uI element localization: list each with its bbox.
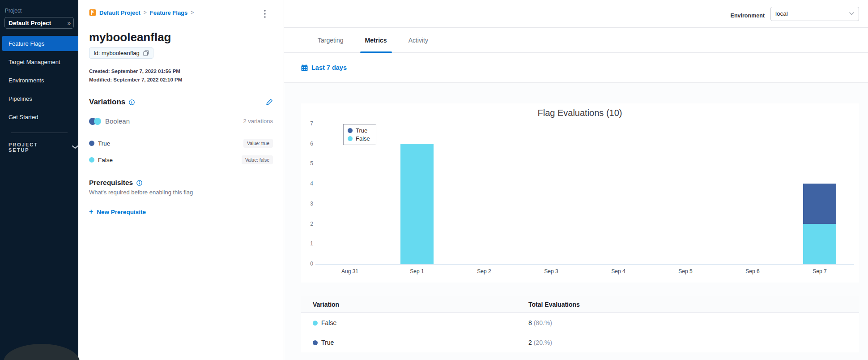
environment-selected-value: local bbox=[775, 10, 788, 17]
x-axis-tick: Sep 1 bbox=[383, 268, 451, 274]
project-label: Project bbox=[5, 8, 78, 14]
sidebar-item-get-started[interactable]: Get Started bbox=[2, 109, 78, 124]
variation-type-label: Boolean bbox=[105, 117, 130, 125]
x-axis-tick: Sep 4 bbox=[585, 268, 652, 274]
sidebar-nav: Feature Flags Target Management Environm… bbox=[0, 36, 78, 124]
variation-type-row: Boolean 2 variations bbox=[89, 117, 273, 131]
app-window: Project Default Project » Feature Flags … bbox=[0, 0, 868, 360]
project-selector-name: Default Project bbox=[9, 20, 51, 26]
chevrons-right-icon: » bbox=[68, 20, 70, 26]
x-axis-tick: Aug 31 bbox=[316, 268, 383, 274]
false-legend-dot-icon bbox=[348, 136, 353, 141]
bar-segment-false-sep-1 bbox=[400, 144, 434, 264]
environment-band: Environment local bbox=[284, 0, 868, 28]
flag-logo-icon bbox=[89, 9, 96, 16]
boolean-toggle-icon bbox=[89, 118, 101, 125]
sidebar-divider bbox=[11, 133, 68, 133]
bar-segment-true-sep-7 bbox=[803, 184, 836, 223]
legend-item-true: True bbox=[348, 127, 370, 134]
tab-activity[interactable]: Activity bbox=[404, 28, 433, 52]
tab-bar: Targeting Metrics Activity bbox=[284, 28, 868, 53]
prerequisites-subtitle: What's required before enabling this fla… bbox=[89, 189, 273, 196]
x-axis-tick: Sep 7 bbox=[786, 268, 853, 274]
sidebar-item-pipelines[interactable]: Pipelines bbox=[2, 91, 78, 106]
metrics-content: Flag Evaluations (10) True False 0123456… bbox=[284, 83, 868, 360]
flag-title: mybooleanflag bbox=[89, 30, 273, 44]
kebab-menu-icon[interactable] bbox=[264, 9, 266, 18]
true-variation-dot-icon bbox=[313, 340, 318, 345]
chart-legend: True False bbox=[343, 124, 376, 145]
flag-id-chip[interactable]: Id: mybooleanflag bbox=[89, 47, 153, 59]
new-prerequisite-button[interactable]: + New Prerequisite bbox=[89, 208, 146, 215]
environment-select[interactable]: local bbox=[770, 7, 859, 21]
edit-variations-button[interactable] bbox=[266, 99, 273, 106]
tab-targeting[interactable]: Targeting bbox=[313, 28, 349, 52]
prerequisites-heading: Prerequisites bbox=[89, 179, 133, 187]
breadcrumb-link-project[interactable]: Default Project bbox=[99, 9, 140, 16]
false-variation-dot-icon bbox=[313, 321, 318, 326]
flag-evaluations-chart: Flag Evaluations (10) True False 0123456… bbox=[301, 103, 859, 283]
date-range-bar: Last 7 days bbox=[284, 53, 868, 83]
true-variation-dot-icon bbox=[89, 141, 94, 146]
sidebar: Project Default Project » Feature Flags … bbox=[0, 0, 78, 360]
column-header-total-evaluations: Total Evaluations bbox=[528, 301, 847, 308]
breadcrumb-separator: > bbox=[144, 9, 147, 16]
environment-label: Environment bbox=[731, 13, 765, 19]
sidebar-item-feature-flags[interactable]: Feature Flags bbox=[2, 36, 78, 51]
breadcrumb-separator: > bbox=[191, 9, 194, 16]
variation-row-true: True Value: true bbox=[89, 139, 273, 148]
tab-metrics[interactable]: Metrics bbox=[360, 28, 392, 52]
chevron-down-icon bbox=[72, 146, 78, 149]
evaluations-table: Variation Total Evaluations False 8 (80.… bbox=[301, 296, 859, 352]
sidebar-item-target-management[interactable]: Target Management bbox=[2, 54, 78, 69]
flag-modified-timestamp: Modified: September 7, 2022 02:10 PM bbox=[89, 77, 273, 82]
x-axis-line bbox=[315, 264, 854, 265]
chart-title: Flag Evaluations (10) bbox=[301, 108, 859, 118]
true-legend-dot-icon bbox=[348, 128, 353, 133]
y-axis-tick: 3 bbox=[302, 201, 313, 207]
bar-segment-false-sep-7 bbox=[803, 224, 836, 264]
variation-value-badge: Value: true bbox=[243, 139, 273, 148]
x-axis-tick: Sep 5 bbox=[652, 268, 719, 274]
date-range-button[interactable]: Last 7 days bbox=[311, 64, 347, 71]
x-axis-tick: Sep 6 bbox=[719, 268, 786, 274]
breadcrumb-link-feature-flags[interactable]: Feature Flags bbox=[150, 9, 188, 16]
info-icon[interactable] bbox=[136, 180, 142, 186]
y-axis-tick: 7 bbox=[302, 120, 313, 127]
table-header-row: Variation Total Evaluations bbox=[301, 296, 859, 313]
flag-created-timestamp: Created: September 7, 2022 01:56 PM bbox=[89, 69, 273, 74]
plus-icon: + bbox=[89, 208, 93, 215]
y-axis-tick: 0 bbox=[302, 261, 313, 267]
chevron-down-icon bbox=[849, 12, 854, 15]
flag-id-text: Id: mybooleanflag bbox=[94, 50, 140, 56]
variation-row-false: False Value: false bbox=[89, 155, 273, 164]
sidebar-item-environments[interactable]: Environments bbox=[2, 73, 78, 88]
table-row: False 8 (80.%) bbox=[301, 313, 859, 333]
calendar-icon bbox=[301, 64, 308, 71]
y-axis-tick: 4 bbox=[302, 180, 313, 187]
main-panel: Environment local Targeting Metrics Acti… bbox=[284, 0, 868, 360]
variations-heading: Variations bbox=[89, 98, 125, 107]
project-selector[interactable]: Default Project » bbox=[4, 17, 74, 29]
variation-value-badge: Value: false bbox=[242, 155, 273, 164]
y-axis-tick: 2 bbox=[302, 221, 313, 227]
false-variation-dot-icon bbox=[89, 157, 94, 163]
variation-count: 2 variations bbox=[243, 118, 273, 124]
breadcrumb: Default Project > Feature Flags > bbox=[89, 9, 194, 16]
help-bubble[interactable] bbox=[4, 344, 80, 360]
flag-detail-panel: Default Project > Feature Flags > mybool… bbox=[78, 0, 284, 360]
x-axis-tick: Sep 3 bbox=[518, 268, 585, 274]
legend-item-false: False bbox=[348, 135, 370, 142]
y-axis-tick: 5 bbox=[302, 160, 313, 167]
y-axis-tick: 1 bbox=[302, 240, 313, 247]
info-icon[interactable] bbox=[129, 99, 135, 105]
table-row: True 2 (20.%) bbox=[301, 333, 859, 352]
project-setup-toggle[interactable]: PROJECT SETUP bbox=[9, 142, 78, 153]
copy-icon[interactable] bbox=[143, 50, 149, 56]
column-header-variation: Variation bbox=[313, 301, 528, 308]
x-axis-tick: Sep 2 bbox=[451, 268, 518, 274]
y-axis-tick: 6 bbox=[302, 141, 313, 147]
